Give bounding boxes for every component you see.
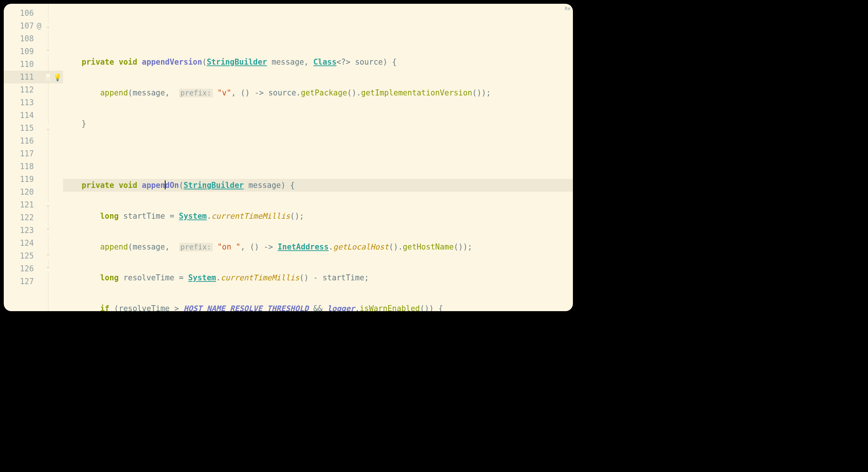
fold-cell[interactable] (44, 32, 52, 45)
line-number[interactable]: 107 (4, 20, 34, 32)
fold-cell[interactable] (44, 58, 52, 71)
intention-cell (52, 160, 63, 173)
line-number[interactable]: 118 (4, 160, 34, 173)
intention-gutter[interactable]: 💡 (52, 4, 63, 311)
inlay-hint: prefix: (179, 243, 213, 251)
annotation-cell (34, 96, 44, 109)
annotation-cell (34, 109, 44, 122)
fold-cell[interactable] (44, 160, 52, 173)
line-number[interactable]: 123 (4, 224, 34, 237)
line-number[interactable]: 127 (4, 275, 34, 288)
intention-cell (52, 211, 63, 224)
intention-cell (52, 198, 63, 211)
fold-cell[interactable] (44, 275, 52, 288)
code-area[interactable]: private void appendVersion(StringBuilder… (63, 4, 573, 311)
code-line[interactable]: long resolveTime = System.currentTimeMil… (63, 271, 573, 284)
annotation-cell: @ (34, 20, 44, 32)
annotation-cell (34, 122, 44, 135)
code-line[interactable]: append(message, prefix: "on ", () -> Ine… (63, 241, 573, 253)
line-number[interactable]: 120 (4, 186, 34, 198)
lightbulb-icon[interactable]: 💡 (53, 73, 62, 81)
line-number[interactable]: 115 (4, 122, 34, 135)
annotation-cell (34, 83, 44, 96)
annotation-cell (34, 173, 44, 186)
intention-cell (52, 109, 63, 122)
intention-cell (52, 237, 63, 250)
code-line[interactable]: } (63, 117, 573, 130)
annotation-cell (34, 32, 44, 45)
line-number[interactable]: 114 (4, 109, 34, 122)
annotation-cell (34, 262, 44, 275)
intention-cell (52, 32, 63, 45)
annotation-cell (34, 147, 44, 160)
line-number[interactable]: 124 (4, 237, 34, 250)
intention-cell (52, 186, 63, 198)
intention-cell (52, 58, 63, 71)
fold-cell[interactable]: ⌃ (44, 45, 52, 58)
intention-cell (52, 224, 63, 237)
line-number[interactable]: 108 (4, 32, 34, 45)
line-number[interactable]: 112 (4, 83, 34, 96)
annotation-gutter[interactable]: @ (34, 4, 44, 311)
fold-cell[interactable] (44, 237, 52, 250)
fold-cell[interactable] (44, 7, 52, 20)
fold-cell[interactable] (44, 211, 52, 224)
fold-cell[interactable]: ⌄ (44, 20, 52, 32)
fold-cell[interactable] (44, 135, 52, 147)
intention-cell (52, 135, 63, 147)
line-number-gutter[interactable]: 1061071081091101111121131141151161171181… (4, 4, 34, 311)
code-line[interactable] (63, 25, 573, 38)
fold-cell[interactable]: ⌃ (44, 224, 52, 237)
inlay-hint: prefix: (179, 89, 213, 97)
annotation-cell (34, 198, 44, 211)
fold-cell[interactable]: ⌃ (44, 262, 52, 275)
intention-cell (52, 96, 63, 109)
annotation-cell (34, 71, 44, 83)
fold-cell[interactable] (44, 186, 52, 198)
annotation-cell (34, 275, 44, 288)
line-number[interactable]: 116 (4, 135, 34, 147)
fold-cell[interactable] (44, 83, 52, 96)
code-editor[interactable]: Re 1061071081091101111121131141151161171… (4, 4, 573, 311)
intention-cell (52, 147, 63, 160)
intention-cell[interactable]: 💡 (52, 71, 63, 83)
fold-cell[interactable] (44, 173, 52, 186)
intention-cell (52, 7, 63, 20)
line-number[interactable]: 110 (4, 58, 34, 71)
line-number[interactable]: 111 (4, 71, 34, 83)
fold-cell[interactable]: ⌄ (44, 198, 52, 211)
fold-cell[interactable]: ⌃ (44, 250, 52, 262)
fold-cell[interactable] (44, 147, 52, 160)
code-line[interactable] (63, 148, 573, 161)
line-number[interactable]: 117 (4, 147, 34, 160)
line-number[interactable]: 119 (4, 173, 34, 186)
line-number[interactable]: 125 (4, 250, 34, 262)
fold-gutter[interactable]: ⌄⌃⌄⌄⌄⌃⌃⌃ (44, 4, 52, 311)
line-number[interactable]: 121 (4, 198, 34, 211)
code-line[interactable]: private void appendVersion(StringBuilder… (63, 56, 573, 68)
fold-cell[interactable]: ⌄ (44, 122, 52, 135)
fold-cell[interactable] (44, 109, 52, 122)
annotation-cell (34, 160, 44, 173)
intention-cell (52, 275, 63, 288)
intention-cell (52, 83, 63, 96)
code-line[interactable]: if (resolveTime > HOST_NAME_RESOLVE_THRE… (63, 302, 573, 311)
line-number[interactable]: 109 (4, 45, 34, 58)
line-number[interactable]: 106 (4, 7, 34, 20)
intention-cell (52, 250, 63, 262)
fold-cell[interactable]: ⌄ (44, 71, 52, 83)
annotation-cell (34, 58, 44, 71)
code-line[interactable]: long startTime = System.currentTimeMilli… (63, 210, 573, 222)
fold-cell[interactable] (44, 96, 52, 109)
annotation-cell (34, 211, 44, 224)
line-number[interactable]: 126 (4, 262, 34, 275)
annotation-cell (34, 7, 44, 20)
code-line[interactable]: append(message, prefix: "v", () -> sourc… (63, 86, 573, 99)
code-line-current[interactable]: private void appendOn(StringBuilder mess… (63, 179, 573, 192)
line-number[interactable]: 122 (4, 211, 34, 224)
line-number[interactable]: 113 (4, 96, 34, 109)
annotation-cell (34, 224, 44, 237)
annotation-cell (34, 45, 44, 58)
intention-cell (52, 20, 63, 32)
annotation-cell (34, 237, 44, 250)
